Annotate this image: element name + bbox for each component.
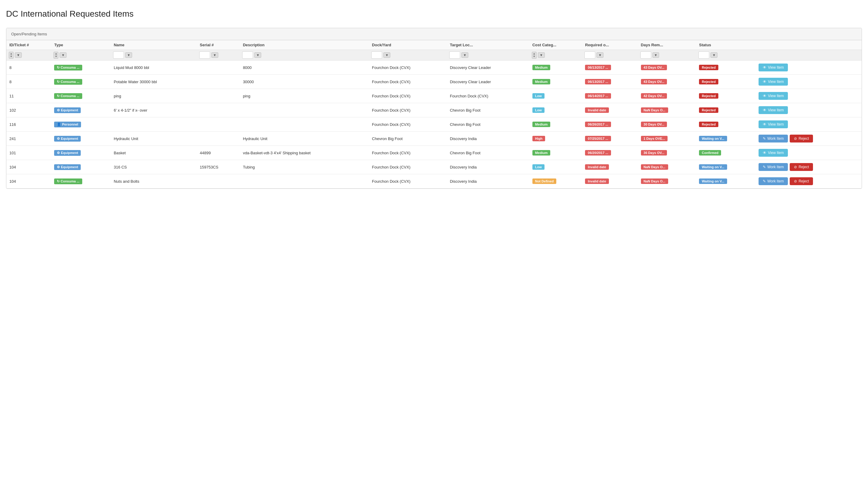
eye-icon: 👁 [763, 94, 767, 98]
work-item-button[interactable]: ✎ Work Item [758, 135, 788, 143]
cell-id: 102 [6, 103, 51, 117]
cell-type: ⚙ Equipment [51, 160, 111, 174]
action1-label: Work Item [767, 165, 784, 169]
filter-target-btn[interactable]: ▼ [461, 52, 468, 58]
cell-required: Invalid date [582, 160, 638, 174]
table-row: 241⚙ EquipmentHydraulic UnitHydraulic Un… [6, 131, 862, 146]
required-badge: 06/26/2017 ... [585, 122, 611, 127]
cell-id: 241 [6, 131, 51, 146]
cell-dock: Fourchon Dock (CVX) [369, 103, 447, 117]
filter-desc-btn[interactable]: ▼ [254, 52, 261, 58]
action2-label: Reject [799, 179, 809, 183]
work-item-button[interactable]: ✎ Work Item [758, 163, 788, 171]
type-badge: 👤 Personnel [54, 122, 81, 127]
view-item-button[interactable]: 👁 View Item [758, 106, 788, 114]
sort-cost[interactable]: ▲▼ [532, 52, 537, 59]
cell-serial: 44899 [197, 146, 240, 160]
type-badge: ⚙ Equipment [54, 150, 81, 156]
filter-days-btn[interactable]: ▼ [652, 52, 659, 58]
cell-description [240, 174, 369, 188]
view-item-button[interactable]: 👁 View Item [758, 78, 788, 86]
action2-label: Reject [799, 137, 809, 141]
edit-icon: ✎ [763, 165, 766, 169]
cell-target: Chevron Big Foot [447, 117, 529, 131]
cell-description: Tubing [240, 160, 369, 174]
cell-serial [197, 103, 240, 117]
cell-type: ⚙ Equipment [51, 131, 111, 146]
filter-dock-btn[interactable]: ▼ [383, 52, 390, 58]
cell-status: Rejected [696, 75, 755, 89]
cell-dock: Fourchon Dock (CVX) [369, 75, 447, 89]
reject-button[interactable]: ⊘ Reject [790, 135, 813, 143]
view-item-button[interactable]: 👁 View Item [758, 120, 788, 128]
eye-icon: 👁 [763, 80, 767, 84]
cell-type: 👤 Personnel [51, 117, 111, 131]
cost-badge: Low [532, 93, 545, 99]
cell-actions: ✎ Work Item⊘ Reject [755, 174, 862, 188]
status-badge: Rejected [699, 122, 718, 127]
cell-description: ping [240, 89, 369, 103]
items-table: ID/Ticket # Type Name Serial # Descripti… [6, 40, 862, 188]
cell-description: 30000 [240, 75, 369, 89]
status-badge: Rejected [699, 65, 718, 70]
reject-button[interactable]: ⊘ Reject [790, 177, 813, 185]
cell-cost: Medium [529, 117, 582, 131]
cell-actions: 👁 View Item [755, 103, 862, 117]
sort-type[interactable]: ▲▼ [54, 52, 58, 59]
cell-required: 06/13/2017 ... [582, 75, 638, 89]
filter-req-btn[interactable]: ▼ [596, 52, 603, 58]
cell-days: NaN Days O... [638, 174, 696, 188]
view-item-button[interactable]: 👁 View Item [758, 149, 788, 157]
status-badge: Waiting on V... [699, 179, 727, 184]
cell-days: 1 Days OVE... [638, 131, 696, 146]
cell-dock: Chevron Big Foot [369, 131, 447, 146]
ban-icon: ⊘ [794, 165, 797, 169]
reject-button[interactable]: ⊘ Reject [790, 163, 813, 171]
work-item-button[interactable]: ✎ Work Item [758, 177, 788, 185]
filter-name-input[interactable] [113, 52, 124, 59]
filter-serial-input[interactable] [199, 52, 210, 59]
days-badge: NaN Days O... [641, 164, 668, 170]
filter-id[interactable]: ▼ [15, 52, 22, 58]
action1-label: View Item [768, 122, 784, 126]
filter-type[interactable]: ▼ [60, 52, 66, 58]
filter-cost-btn[interactable]: ▼ [538, 52, 545, 58]
filter-status-btn[interactable]: ▼ [711, 52, 717, 58]
panel-header: Open/Pending Items [6, 28, 862, 40]
ban-icon: ⊘ [794, 179, 797, 183]
view-item-button[interactable]: 👁 View Item [758, 92, 788, 100]
cell-cost: Medium [529, 60, 582, 75]
table-row: 101⚙ EquipmentBasket44899vda-Basket-vdt-… [6, 146, 862, 160]
status-badge: Rejected [699, 79, 718, 84]
days-badge: 1 Days OVE... [641, 136, 668, 141]
days-badge: 43 Days OV... [641, 65, 667, 70]
table-row: 104↻ Consuma ...Nuts and BoltsFourchon D… [6, 174, 862, 188]
cell-type: ↻ Consuma ... [51, 89, 111, 103]
cell-cost: Medium [529, 146, 582, 160]
action1-label: View Item [768, 65, 784, 69]
filter-req-input[interactable] [584, 52, 595, 59]
filter-target-input[interactable] [449, 52, 460, 59]
cell-actions: 👁 View Item [755, 75, 862, 89]
cost-badge: High [532, 136, 545, 141]
view-item-button[interactable]: 👁 View Item [758, 63, 788, 71]
filter-status-input[interactable] [699, 52, 709, 59]
edit-icon: ✎ [763, 179, 766, 183]
filter-desc-input[interactable] [242, 52, 253, 59]
filter-serial-btn[interactable]: ▼ [211, 52, 218, 58]
cell-serial [197, 174, 240, 188]
filter-days-input[interactable] [640, 52, 651, 59]
eye-icon: 👁 [763, 122, 767, 126]
cell-dock: Fourchon Dock (CVX) [369, 160, 447, 174]
sort-id[interactable]: ▲▼ [9, 52, 13, 59]
filter-name-btn[interactable]: ▼ [125, 52, 132, 58]
cell-target: Discovery Clear Leader [447, 60, 529, 75]
cell-cost: Low [529, 89, 582, 103]
filter-dock-input[interactable] [371, 52, 382, 59]
cell-id: 11 [6, 89, 51, 103]
cell-days: 43 Days OV... [638, 75, 696, 89]
table-row: 104⚙ Equipment316 CS159753CSTubingFourch… [6, 160, 862, 174]
cost-badge: Medium [532, 65, 551, 70]
table-row: 8↻ Consuma ...Potable Water 30000 bbl300… [6, 75, 862, 89]
action2-label: Reject [799, 165, 809, 169]
